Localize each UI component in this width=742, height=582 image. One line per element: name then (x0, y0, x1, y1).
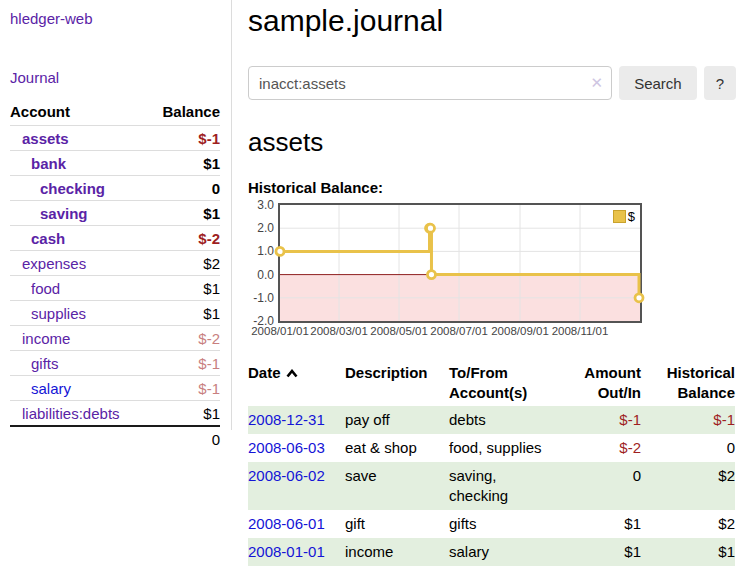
accounts-header-account: Account (10, 103, 70, 120)
transaction-row: 2008-06-01 gift gifts $1 $2 (248, 510, 735, 538)
account-heading: assets (248, 127, 736, 158)
transaction-accounts: saving, checking (449, 462, 569, 510)
account-link-food[interactable]: food (10, 280, 60, 297)
help-button[interactable]: ? (704, 66, 736, 100)
account-row: income $-2 (10, 325, 220, 350)
account-balance: $-1 (198, 380, 220, 397)
account-row: assets $-1 (10, 125, 220, 150)
x-axis-tick-label: 2008/01/01 (246, 325, 314, 337)
chart-plot-area: $ (278, 203, 642, 323)
chart-heading: Historical Balance: (248, 179, 736, 196)
account-balance: $1 (203, 405, 220, 422)
account-row: supplies $1 (10, 300, 220, 325)
transaction-row: 2008-12-31 pay off debts $-1 $-1 (248, 406, 735, 434)
chart-legend: $ (611, 208, 637, 225)
account-link-cash[interactable]: cash (10, 230, 65, 247)
accounts-total-row: 0 (10, 425, 220, 451)
account-balance: $-1 (198, 355, 220, 372)
transaction-date-link[interactable]: 2008-06-03 (248, 439, 325, 456)
page-title: sample.journal (248, 2, 736, 40)
register-header-row: Date Description To/FromAccount(s) Amoun… (248, 360, 735, 406)
transaction-balance: $1 (641, 538, 735, 566)
transaction-row: 2008-06-02 save saving, checking 0 $2 (248, 462, 735, 510)
y-axis-tick-label: 0.0 (248, 268, 274, 282)
legend-swatch-icon (613, 210, 626, 223)
search-bar: ✕ Search ? (248, 66, 736, 100)
sidebar-item-journal[interactable]: Journal (10, 69, 59, 86)
transaction-balance: 0 (641, 434, 735, 462)
account-row: gifts $-1 (10, 350, 220, 375)
account-balance: $1 (203, 205, 220, 222)
account-link-salary[interactable]: salary (10, 380, 71, 397)
account-balance: $1 (203, 305, 220, 322)
transaction-amount: 0 (569, 462, 641, 510)
chart-canvas (280, 205, 640, 321)
y-axis-tick-label: 2.0 (248, 221, 274, 235)
column-header-amount: AmountOut/In (569, 360, 641, 406)
account-link-saving[interactable]: saving (10, 205, 88, 222)
transaction-row: 2008-01-01 income salary $1 $1 (248, 538, 735, 566)
account-row: expenses $2 (10, 250, 220, 275)
x-axis-tick-label: 2008/11/01 (546, 325, 614, 337)
account-row: liabilities:debts $1 (10, 400, 220, 425)
accounts-total-balance: 0 (212, 431, 220, 448)
transaction-balance: $-1 (641, 406, 735, 434)
account-balance: $1 (203, 280, 220, 297)
account-link-expenses[interactable]: expenses (10, 255, 86, 272)
clear-search-icon[interactable]: ✕ (591, 74, 604, 92)
main-content: sample.journal ✕ Search ? assets Histori… (232, 0, 742, 566)
account-link-supplies[interactable]: supplies (10, 305, 86, 322)
transaction-description: income (345, 538, 449, 566)
account-balance: $-2 (198, 230, 220, 247)
account-link-assets[interactable]: assets (10, 130, 69, 147)
account-link-bank[interactable]: bank (10, 155, 66, 172)
historical-balance-chart: $ 3.02.01.00.0-1.0-2.02008/01/012008/03/… (248, 203, 648, 343)
transaction-row: 2008-06-03 eat & shop food, supplies $-2… (248, 434, 735, 462)
account-row: food $1 (10, 275, 220, 300)
transaction-date-link[interactable]: 2008-06-01 (248, 515, 325, 532)
accounts-header-balance: Balance (162, 103, 220, 120)
legend-label: $ (628, 209, 635, 224)
account-balance: $1 (203, 155, 220, 172)
column-header-date[interactable]: Date (248, 360, 345, 406)
transaction-accounts: gifts (449, 510, 569, 538)
x-axis-tick-label: 2008/09/01 (486, 325, 554, 337)
transaction-date-link[interactable]: 2008-12-31 (248, 411, 325, 428)
search-input[interactable] (248, 66, 612, 100)
transaction-balance: $2 (641, 462, 735, 510)
y-axis-tick-label: 1.0 (248, 244, 274, 258)
account-row: checking 0 (10, 175, 220, 200)
account-link-checking[interactable]: checking (10, 180, 105, 197)
register-table: Date Description To/FromAccount(s) Amoun… (248, 360, 735, 566)
search-button[interactable]: Search (619, 66, 697, 100)
account-balance: $-2 (198, 330, 220, 347)
accounts-table: Account Balance assets $-1 bank $1 check… (10, 102, 220, 451)
transaction-balance: $2 (641, 510, 735, 538)
account-link-income[interactable]: income (10, 330, 70, 347)
account-balance: $-1 (198, 130, 220, 147)
app-title-link[interactable]: hledger-web (10, 10, 93, 27)
transaction-date-link[interactable]: 2008-06-02 (248, 467, 325, 484)
transaction-amount: $-1 (569, 406, 641, 434)
transaction-amount: $1 (569, 510, 641, 538)
account-link-gifts[interactable]: gifts (10, 355, 59, 372)
account-balance: $2 (203, 255, 220, 272)
transaction-description: save (345, 462, 449, 510)
accounts-table-header: Account Balance (10, 102, 220, 125)
sidebar: hledger-web Journal Account Balance asse… (0, 0, 232, 451)
column-header-tofrom: To/FromAccount(s) (449, 360, 569, 406)
account-balance: 0 (212, 180, 220, 197)
account-link-liabilities-debts[interactable]: liabilities:debts (10, 405, 120, 422)
x-axis-tick-label: 2008/03/01 (305, 325, 373, 337)
account-row: bank $1 (10, 150, 220, 175)
transaction-description: gift (345, 510, 449, 538)
transaction-description: pay off (345, 406, 449, 434)
column-header-description: Description (345, 360, 449, 406)
x-axis-tick-label: 2008/05/01 (365, 325, 433, 337)
x-axis-tick-label: 2008/07/01 (425, 325, 493, 337)
account-row: cash $-2 (10, 225, 220, 250)
transaction-date-link[interactable]: 2008-01-01 (248, 543, 325, 560)
transaction-accounts: salary (449, 538, 569, 566)
account-row: saving $1 (10, 200, 220, 225)
transaction-amount: $-2 (569, 434, 641, 462)
